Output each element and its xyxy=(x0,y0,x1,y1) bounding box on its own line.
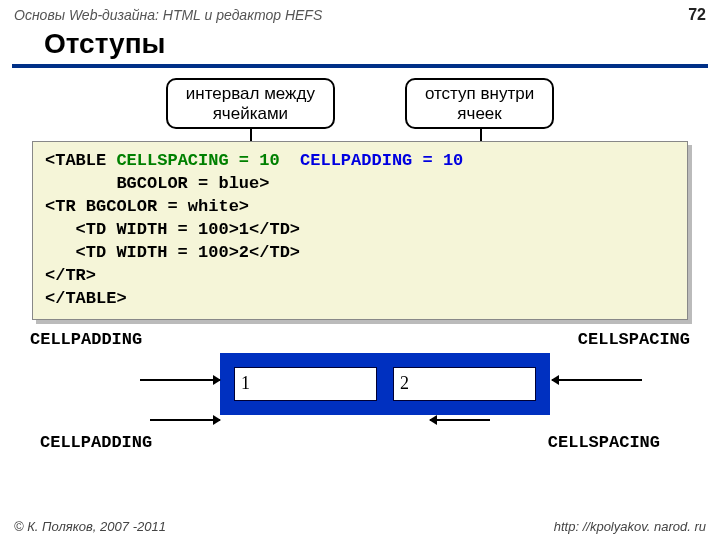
code-l5: <TD WIDTH = 100>2</TD> xyxy=(45,243,300,262)
arrow-cs-top xyxy=(552,379,642,381)
label-cellspacing-top: CELLSPACING xyxy=(578,330,690,349)
code-l3: <TR BGCOLOR = white> xyxy=(45,197,249,216)
code-example: <TABLE CELLSPACING = 10 CELLPADDING = 10… xyxy=(32,141,688,320)
diagram-cell-1: 1 xyxy=(234,367,377,401)
code-cellspacing: CELLSPACING = 10 xyxy=(116,151,279,170)
arrow-cs-bottom xyxy=(430,419,490,421)
slide-header: Основы Web-дизайна: HTML и редактор HEFS… xyxy=(0,0,720,26)
callout-cellspacing-text: интервал между ячейками xyxy=(186,84,315,123)
code-cellpadding: CELLPADDING = 10 xyxy=(300,151,463,170)
cell-2-text: 2 xyxy=(400,373,409,394)
table-diagram: 1 2 xyxy=(30,349,690,437)
arrow-cp-bottom xyxy=(150,419,220,421)
label-cellpadding-top: CELLPADDING xyxy=(30,330,142,349)
callout-cellpadding: отступ внутри ячеек xyxy=(405,78,554,129)
callouts-row: интервал между ячейками отступ внутри яч… xyxy=(0,78,720,129)
diagram-cell-2: 2 xyxy=(393,367,536,401)
page-number: 72 xyxy=(688,6,706,24)
code-l6: </TR> xyxy=(45,266,96,285)
breadcrumb: Основы Web-дизайна: HTML и редактор HEFS xyxy=(14,7,322,23)
cell-1-text: 1 xyxy=(241,373,250,394)
code-l4: <TD WIDTH = 100>1</TD> xyxy=(45,220,300,239)
slide-title: Отступы xyxy=(12,26,708,68)
slide-footer: © К. Поляков, 2007 -2011 http: //kpolyak… xyxy=(0,519,720,534)
code-l2: BGCOLOR = blue> xyxy=(45,174,269,193)
code-l1a: <TABLE xyxy=(45,151,116,170)
diagram-outer: 1 2 xyxy=(220,353,550,415)
arrow-cp-top xyxy=(140,379,220,381)
callout-cellpadding-text: отступ внутри ячеек xyxy=(425,84,534,123)
copyright: © К. Поляков, 2007 -2011 xyxy=(14,519,166,534)
footer-url: http: //kpolyakov. narod. ru xyxy=(554,519,706,534)
callout-cellspacing: интервал между ячейками xyxy=(166,78,335,129)
labels-top: CELLPADDING CELLSPACING xyxy=(0,328,720,349)
code-l7: </TABLE> xyxy=(45,289,127,308)
